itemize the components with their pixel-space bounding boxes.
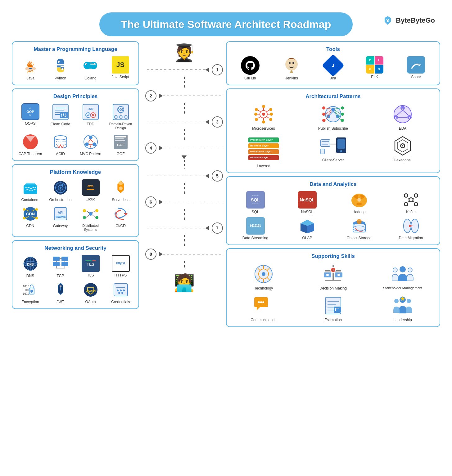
section-programming: Master a Programming Language java Java [12,41,139,85]
vline5 [184,183,185,195]
leadership-label: Leadership [393,318,412,322]
estimation-icon [321,295,346,317]
icon-layered: Presentation Layer Business Layer Persis… [231,135,296,168]
step5-dashes-left [145,176,206,176]
step7-dashes-left [145,228,206,228]
cloud-label: Cloud [86,197,95,201]
svg-text:GOF: GOF [117,143,124,147]
svg-text:GATEWAY: GATEWAY [55,216,66,218]
svg-text:1010: 1010 [23,292,29,295]
icon-oauth: OAUTH OAuth [77,281,104,304]
step6-row: 6 [145,196,223,208]
oops-label: OOPS [25,121,36,126]
icon-clientserver: Client-Server [301,135,366,168]
svg-point-148 [341,106,344,110]
sql-text: SQL [251,197,260,202]
sql-top-text: ~~~~ [252,194,259,197]
sql-label: SQL [251,210,259,214]
icon-mvc: MVC Pattern [77,133,104,156]
section-tools: Tools GitHub [226,41,440,85]
elk-k: K [369,68,371,71]
svg-point-221 [337,274,340,276]
step6-circle: 6 [145,196,156,208]
sonar-svg [410,59,422,70]
section-design: Design Principles < OOP > OOPS [12,88,139,161]
svg-point-220 [326,274,329,276]
programming-title: Master a Programming Language [17,46,134,52]
svg-rect-237 [334,307,341,313]
elk-cell2: L [375,56,383,65]
oauth-label: OAuth [85,300,96,304]
icon-communication: Communication [231,295,296,322]
vline1 [184,77,185,89]
github-circle [241,56,260,75]
icon-orchestration: Orchestration [47,179,74,202]
svg-line-40 [91,139,93,142]
https-box: http:// [112,255,130,272]
svg-point-194 [405,203,407,205]
icon-datastreaming: 0110101 Data Streaming [231,217,280,240]
svg-rect-7 [87,62,94,69]
serverless-label: Serverless [112,198,129,202]
svg-point-228 [408,268,412,272]
github-label: GitHub [244,76,256,80]
nosql-label: NoSQL [301,210,313,214]
jira-text: J [332,63,334,68]
olap-label: OLAP [302,236,312,240]
svg-point-242 [407,299,411,303]
elk-l: L [378,59,380,62]
svg-rect-168 [321,149,324,154]
cap-label: CAP Theorem [19,152,42,156]
elk-e: E [369,59,371,62]
credentials-label: Credentials [111,300,130,304]
tls-line-red [92,260,96,261]
svg-point-75 [83,216,86,219]
layer-business: Business Layer [248,143,279,148]
golang-label: Golang [84,76,97,80]
svg-point-130 [270,113,273,116]
icon-microservices: Microservices [231,103,296,131]
svg-point-143 [322,113,325,116]
cloud-aws-box: aws ▬▬▬ [82,179,100,196]
icon-jenkins: Jenkins [273,56,311,80]
svg-line-80 [93,215,95,218]
svg-rect-49 [26,183,35,185]
layered-visual: Presentation Layer Business Layer Persis… [246,135,281,163]
svg-line-79 [86,215,89,218]
step3-circle: 3 [212,116,223,128]
layer-business-text: Business Layer [250,144,269,147]
step8-arrow-right [159,252,163,257]
svg-point-114 [121,292,123,294]
svg-point-62 [23,217,25,219]
svg-point-110 [117,290,119,291]
hadoop-icon [350,191,368,209]
networking-grid: DNS DNS [17,255,134,304]
svg-line-188 [413,198,414,199]
jwt-icon [51,281,70,299]
design-title: Design Principles [17,93,134,100]
icon-distributed: Distributed Systems [77,205,104,232]
icon-estimation: Estimation [301,295,366,322]
step3-row: 3 [145,116,223,128]
vline6 [184,209,185,221]
step6-arrow-right [159,200,163,204]
data-grid: ~~~~ SQL ~~~~ SQL NoSQL NoSQL [231,191,435,240]
vline7 [184,235,185,247]
svg-point-57 [119,186,123,190]
estimation-label: Estimation [324,318,342,322]
datastreaming-text: 0110101 [250,224,261,227]
svg-point-199 [353,226,365,231]
icon-gof: GOF GOF [107,133,134,156]
icon-datamigration: Data Migration [386,217,435,240]
step2-circle: 2 [145,90,156,101]
svg-point-61 [35,208,38,211]
step4-circle: 4 [145,142,156,154]
svg-line-121 [267,110,269,112]
svg-point-36 [89,136,93,139]
step5-row: 5 [145,170,223,182]
icon-containers: Containers [17,179,44,202]
containers-icon [21,179,40,196]
hexagonal-label: Hexagonal [394,158,411,162]
sql-box: ~~~~ SQL ~~~~ [246,191,265,209]
icon-dns: DNS DNS [17,255,44,278]
